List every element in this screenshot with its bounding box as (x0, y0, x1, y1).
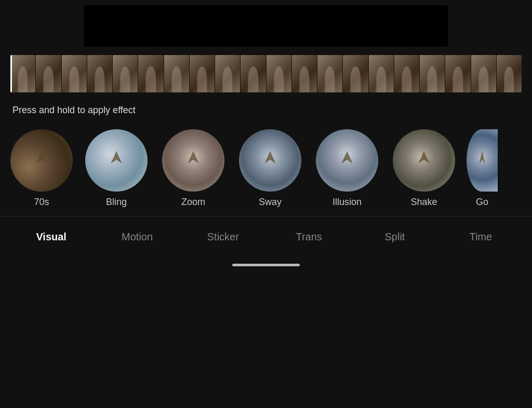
category-tabs: Visual Motion Sticker Trans Split Time (0, 216, 532, 253)
timeline-strip[interactable] (10, 55, 522, 92)
effect-item-go[interactable]: Go (462, 129, 502, 208)
timeline-frame (241, 55, 265, 92)
effect-label-go: Go (476, 197, 488, 208)
timeline-frame (317, 55, 342, 92)
timeline-frame (215, 55, 240, 92)
effect-circle-zoom (162, 129, 224, 192)
timeline-frame (267, 55, 291, 92)
tab-sticker[interactable]: Sticker (180, 229, 266, 245)
effects-row: 70s Bling Zoom Sway Illusion Shake Go (0, 124, 532, 208)
timeline-frame (420, 55, 445, 92)
timeline-frame (343, 55, 368, 92)
timeline-frame (445, 55, 470, 92)
top-area (0, 0, 532, 47)
effect-item-bling[interactable]: Bling (78, 129, 155, 208)
timeline-frame (190, 55, 215, 92)
bottom-indicator (0, 253, 532, 271)
timeline-indicator (10, 55, 12, 92)
effect-label-illusion: Illusion (332, 197, 362, 208)
timeline-frame (497, 55, 522, 92)
effect-item-illusion[interactable]: Illusion (309, 129, 385, 208)
effect-label-sway: Sway (259, 197, 282, 208)
effect-circle-go (467, 129, 498, 192)
timeline-frame (113, 55, 138, 92)
timeline-frame (394, 55, 419, 92)
timeline-frame (471, 55, 496, 92)
instruction-text: Press and hold to apply effect (0, 98, 532, 124)
timeline-frame (87, 55, 112, 92)
effect-label-shake: Shake (410, 197, 437, 208)
effect-item-shake[interactable]: Shake (385, 129, 462, 208)
timeline-frame (164, 55, 189, 92)
tab-trans[interactable]: Trans (266, 229, 352, 245)
effect-circle-illusion (316, 129, 378, 192)
effect-label-70s: 70s (34, 197, 49, 208)
timeline-section (0, 47, 532, 98)
effect-circle-shake (393, 129, 455, 192)
effect-circle-70s (10, 129, 73, 192)
tab-split[interactable]: Split (352, 229, 437, 245)
effect-label-zoom: Zoom (181, 197, 205, 208)
timeline-frame (369, 55, 394, 92)
video-preview (84, 5, 448, 47)
timeline-frame (10, 55, 35, 92)
timeline-frame (138, 55, 163, 92)
timeline-frame (62, 55, 87, 92)
timeline-frame (36, 55, 61, 92)
timeline-frames (10, 55, 522, 92)
effect-item-sway[interactable]: Sway (232, 129, 309, 208)
home-indicator-bar (232, 264, 300, 266)
tab-motion[interactable]: Motion (94, 229, 180, 245)
effect-label-bling: Bling (106, 197, 127, 208)
effect-circle-bling (85, 129, 148, 192)
timeline-frame (292, 55, 317, 92)
effect-item-zoom[interactable]: Zoom (155, 129, 232, 208)
effect-circle-sway (239, 129, 301, 192)
tab-time[interactable]: Time (438, 229, 524, 245)
effect-item-70s[interactable]: 70s (5, 129, 78, 208)
tab-visual[interactable]: Visual (8, 229, 94, 245)
